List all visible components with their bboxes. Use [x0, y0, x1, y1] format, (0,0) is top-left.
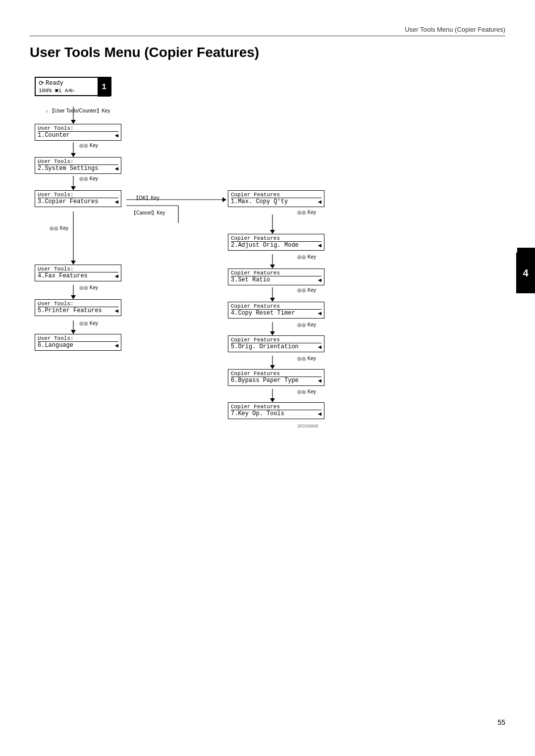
- menu-box-3-title: User Tools:: [38, 192, 118, 198]
- cf-key-circles-4: ◎◎ Key: [297, 322, 316, 327]
- svg-marker-17: [270, 230, 275, 234]
- ready-text: Ready: [46, 80, 63, 87]
- svg-marker-7: [71, 261, 76, 265]
- menu-box-1: User Tools: 1.Counter ◀: [35, 124, 121, 141]
- cf-box-1: Copier Features 1.Max. Copy Q'ty ◀: [228, 190, 324, 207]
- cancel-key-label: 【Cancel】Key: [131, 210, 165, 216]
- menu-box-3: User Tools: 3.Copier Features ◀: [35, 190, 121, 207]
- cf-key-circles-5: ◎◎ Key: [297, 356, 316, 361]
- key-circles-4: ◎◎ Key: [79, 285, 98, 290]
- cf-box-7-title: Copier Features: [231, 404, 321, 410]
- menu-box-2: User Tools: 2.System Settings ◀: [35, 157, 121, 174]
- menu-box-6: User Tools: 6.Language ◀: [35, 334, 121, 351]
- menu-box-1-title: User Tools:: [38, 125, 118, 132]
- cf-box-2-title: Copier Features: [231, 235, 321, 242]
- menu-box-4: User Tools: 4.Fax Features ◀: [35, 265, 121, 281]
- menu-box-2-item: 2.System Settings ◀: [38, 165, 118, 172]
- menu-box-1-item: 1.Counter ◀: [38, 132, 118, 139]
- cf-box-5-item: 5.Orig. Orientation ◀: [231, 343, 321, 351]
- cf-box-5: Copier Features 5.Orig. Orientation ◀: [228, 335, 324, 352]
- ready-icon: ⟳: [39, 79, 44, 87]
- page-title: User Tools Menu (Copier Features): [30, 45, 259, 60]
- cf-box-1-item: 1.Max. Copy Q'ty ◀: [231, 198, 321, 206]
- cf-key-circles-3: ◎◎ Key: [297, 287, 316, 293]
- cf-box-2-item: 2.Adjust Orig. Mode ◀: [231, 242, 321, 249]
- svg-marker-11: [71, 330, 76, 334]
- key-circles-2: ◎◎ Key: [79, 176, 98, 181]
- cf-box-4-item: 4.Copy Reset Timer ◀: [231, 310, 321, 317]
- cf-box-6: Copier Features 6.Bypass Paper Type ◀: [228, 369, 324, 386]
- svg-marker-19: [270, 265, 275, 269]
- cf-box-3-title: Copier Features: [231, 270, 321, 276]
- menu-box-6-title: User Tools:: [38, 335, 118, 342]
- cf-box-6-item: 6.Bypass Paper Type ◀: [231, 377, 321, 384]
- menu-box-5: User Tools: 5.Printer Features ◀: [35, 299, 121, 316]
- svg-marker-3: [71, 153, 76, 157]
- screen-display: ⟳ Ready 100% ■1 A4▷ 1: [35, 77, 111, 96]
- menu-box-5-title: User Tools:: [38, 301, 118, 307]
- side-tab-4: 4: [516, 253, 535, 293]
- cf-box-4-title: Copier Features: [231, 303, 321, 310]
- page-number: 55: [497, 718, 505, 726]
- svg-marker-5: [71, 186, 76, 190]
- cf-box-3: Copier Features 3.Set Ratio ◀: [228, 269, 324, 285]
- svg-marker-13: [222, 197, 226, 202]
- menu-box-6-item: 6.Language ◀: [38, 342, 118, 349]
- svg-marker-21: [270, 298, 275, 302]
- user-tools-counter-key-label: ↓ 【User Tools/Counter】Key: [46, 108, 110, 114]
- svg-marker-25: [270, 365, 275, 369]
- menu-box-3-item: 3.Copier Features ◀: [38, 198, 118, 206]
- cf-key-circles-6: ◎◎ Key: [297, 389, 316, 394]
- menu-box-5-item: 5.Printer Features ◀: [38, 307, 118, 315]
- cf-box-6-title: Copier Features: [231, 371, 321, 377]
- cf-box-3-item: 3.Set Ratio ◀: [231, 276, 321, 284]
- key-circles-1: ◎◎ Key: [79, 143, 98, 148]
- cf-box-7: Copier Features 7.Key Op. Tools ◀: [228, 402, 324, 419]
- screen-badge: 1: [98, 78, 110, 97]
- top-rule: [30, 36, 505, 36]
- svg-marker-23: [270, 331, 275, 335]
- cf-box-7-item: 7.Key Op. Tools ◀: [231, 410, 321, 418]
- cf-box-4: Copier Features 4.Copy Reset Timer ◀: [228, 302, 324, 319]
- cf-key-circles-2: ◎◎ Key: [297, 254, 316, 260]
- key-circles-5: ◎◎ Key: [79, 321, 98, 326]
- cf-key-circles-1: ◎◎ Key: [297, 210, 316, 215]
- menu-box-4-title: User Tools:: [38, 266, 118, 272]
- section-header: User Tools Menu (Copier Features): [405, 26, 505, 33]
- ok-key-label: 【OK】Key: [134, 195, 160, 202]
- svg-marker-1: [71, 120, 76, 124]
- figure-code: 2FD5990E: [297, 424, 319, 429]
- key-circles-cancel: ◎◎ Key: [50, 225, 68, 231]
- svg-marker-9: [71, 295, 76, 299]
- cf-box-5-title: Copier Features: [231, 337, 321, 343]
- menu-box-4-item: 4.Fax Features ◀: [38, 272, 118, 280]
- cf-box-1-title: Copier Features: [231, 192, 321, 198]
- menu-box-2-title: User Tools:: [38, 159, 118, 165]
- svg-marker-27: [270, 398, 275, 402]
- cf-box-2: Copier Features 2.Adjust Orig. Mode ◀: [228, 234, 324, 251]
